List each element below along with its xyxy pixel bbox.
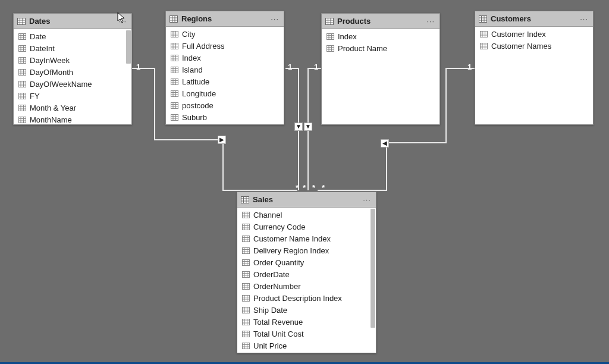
model-canvas[interactable]: 1 1 1 1 * * * * ▶ ▼ ▼ ◀ Dates ··· Date D… [0, 0, 609, 364]
field-item[interactable]: Customer Name Index [237, 233, 376, 244]
scrollbar-thumb[interactable] [126, 30, 131, 64]
field-item[interactable]: OrderNumber [237, 280, 376, 292]
column-icon [242, 343, 250, 349]
field-label: Index [182, 54, 201, 62]
field-item[interactable]: Full Address [166, 40, 284, 52]
field-item[interactable]: DateInt [14, 42, 131, 54]
table-icon [325, 18, 334, 25]
column-icon [171, 67, 178, 73]
cardinality-many: * [303, 183, 306, 192]
field-label: Product Description Index [253, 294, 342, 303]
more-icon[interactable]: ··· [425, 17, 436, 26]
table-name: Regions [181, 14, 212, 23]
table-header[interactable]: Customers ··· [475, 11, 593, 27]
field-item[interactable]: DayOfMonth [14, 66, 131, 78]
svg-rect-65 [171, 67, 178, 73]
field-item[interactable]: Latitude [166, 76, 284, 87]
field-label: Unit Price [253, 341, 287, 350]
cardinality-one: 1 [314, 62, 318, 71]
field-item[interactable]: Product Name [322, 42, 440, 54]
field-list: Channel Currency Code Customer Name Inde… [237, 208, 376, 353]
field-item[interactable]: OrderDate [237, 268, 376, 280]
field-item[interactable]: MonthName [14, 114, 131, 124]
field-item[interactable]: Customer Index [475, 28, 593, 40]
field-item[interactable]: Date [14, 30, 131, 42]
svg-rect-165 [243, 307, 250, 313]
column-icon [18, 57, 26, 64]
field-list: Customer Index Customer Names [475, 27, 593, 53]
column-icon [171, 31, 178, 37]
field-item[interactable]: Total Revenue [237, 316, 376, 328]
table-card-customers[interactable]: Customers ··· Customer Index Customer Na… [475, 11, 594, 125]
field-item[interactable]: Order Quantity [237, 256, 376, 268]
scrollbar-thumb[interactable] [371, 209, 375, 328]
more-icon[interactable]: ··· [579, 14, 589, 23]
column-icon [327, 45, 334, 52]
table-icon [169, 15, 178, 23]
field-label: DayOfWeekName [30, 80, 92, 89]
column-icon [18, 33, 26, 40]
cardinality-one: 1 [288, 62, 292, 71]
svg-rect-85 [171, 114, 178, 120]
svg-rect-5 [19, 33, 26, 39]
field-label: Date [30, 32, 46, 41]
column-icon [242, 295, 250, 302]
field-item[interactable]: Suburb [166, 111, 284, 123]
table-header[interactable]: Sales ··· [237, 192, 376, 208]
field-item[interactable]: Customer Names [475, 40, 593, 52]
field-item[interactable]: Product Description Index [237, 292, 376, 304]
field-item[interactable]: postcode [166, 99, 284, 111]
field-item[interactable]: DayOfWeekName [14, 78, 131, 90]
column-icon [242, 224, 250, 230]
field-item[interactable]: Currency Code [237, 221, 376, 233]
svg-rect-110 [481, 31, 488, 37]
field-label: Month & Year [30, 103, 76, 112]
field-item[interactable]: Total Unit Cost [237, 328, 376, 340]
field-label: Island [182, 65, 203, 74]
more-icon[interactable]: ··· [117, 17, 128, 26]
svg-rect-155 [243, 283, 250, 289]
column-icon [242, 307, 250, 313]
column-icon [171, 114, 178, 121]
field-label: MonthName [30, 115, 72, 124]
field-item[interactable]: Island [166, 64, 284, 76]
field-label: Channel [253, 211, 282, 219]
svg-rect-25 [19, 81, 26, 87]
svg-rect-10 [19, 45, 26, 51]
column-icon [171, 90, 178, 97]
field-item[interactable]: Index [322, 30, 440, 42]
table-header[interactable]: Regions ··· [166, 11, 284, 27]
table-card-regions[interactable]: Regions ··· City Full Address Index Isla… [165, 11, 284, 125]
filter-arrow-icon: ▼ [304, 123, 312, 131]
svg-rect-160 [243, 295, 250, 301]
field-item[interactable]: Channel [237, 209, 376, 221]
column-icon [18, 81, 26, 87]
more-icon[interactable]: ··· [269, 14, 280, 23]
column-icon [18, 45, 26, 52]
table-card-sales[interactable]: Sales ··· Channel Currency Code Customer… [237, 192, 376, 353]
field-item[interactable]: Longitude [166, 87, 284, 99]
field-item[interactable]: DayInWeek [14, 54, 131, 66]
column-icon [480, 43, 488, 49]
field-label: OrderDate [253, 270, 290, 279]
svg-rect-145 [243, 259, 250, 265]
field-item[interactable]: Index [166, 52, 284, 64]
more-icon[interactable]: ··· [362, 195, 372, 204]
field-list: Date DateInt DayInWeek DayOfMonth DayOfW… [14, 29, 131, 124]
table-name: Products [337, 17, 371, 26]
field-item[interactable]: Unit Price [237, 340, 376, 352]
svg-rect-40 [19, 117, 26, 123]
table-card-products[interactable]: Products ··· Index Product Name [321, 13, 440, 125]
field-item[interactable]: FY [14, 90, 131, 102]
field-label: DayOfMonth [30, 68, 73, 77]
column-icon [171, 102, 178, 109]
field-item[interactable]: City [166, 28, 284, 40]
field-item[interactable]: Delivery Region Index [237, 244, 376, 256]
field-item[interactable]: Month & Year [14, 102, 131, 114]
column-icon [18, 105, 26, 111]
field-item[interactable]: Ship Date [237, 304, 376, 316]
table-header[interactable]: Products ··· [322, 14, 440, 29]
table-header[interactable]: Dates ··· [14, 14, 131, 29]
table-card-dates[interactable]: Dates ··· Date DateInt DayInWeek DayOfMo… [13, 13, 132, 125]
field-list: City Full Address Index Island Latitude … [166, 27, 284, 124]
